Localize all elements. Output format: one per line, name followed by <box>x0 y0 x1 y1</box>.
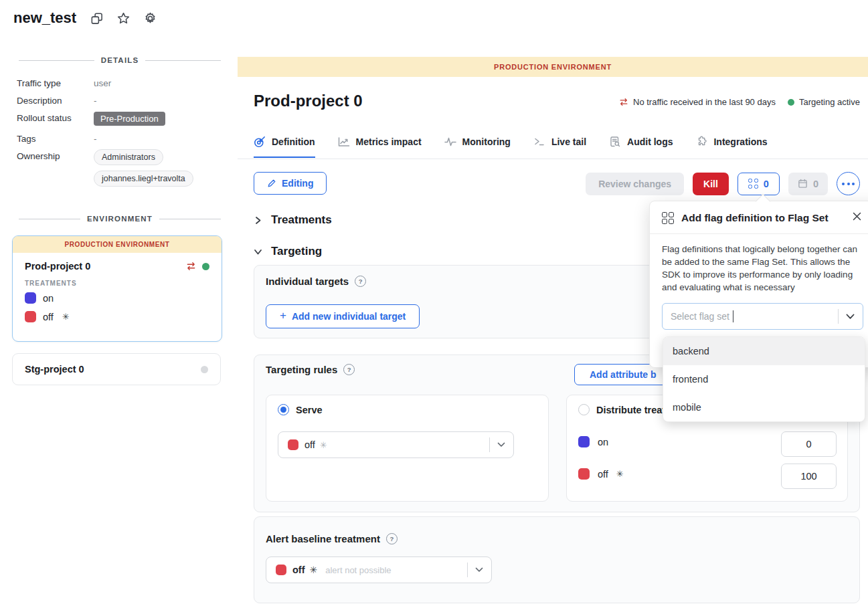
add-individual-target-button[interactable]: + Add new individual target <box>266 304 420 328</box>
more-options-button[interactable] <box>837 172 860 195</box>
audit-log-icon <box>609 136 621 148</box>
distribute-radio[interactable] <box>578 404 590 415</box>
page-title: new_test <box>13 9 76 27</box>
tab-metrics-impact[interactable]: Metrics impact <box>338 136 422 157</box>
review-changes-button[interactable]: Review changes <box>586 173 684 195</box>
traffic-swap-icon <box>186 262 196 271</box>
monitoring-pulse-icon <box>444 136 456 148</box>
chevron-down-icon <box>846 314 855 320</box>
terminal-icon <box>533 136 545 148</box>
off-percentage-input[interactable] <box>781 464 837 489</box>
details-section-header: DETAILS <box>19 56 221 64</box>
detail-label-ownership: Ownership <box>17 151 60 161</box>
staging-card-name: Stg-project 0 <box>25 364 84 375</box>
flag-title: Prod-project 0 <box>254 92 363 110</box>
flag-set-grid-icon <box>662 212 674 224</box>
schedule-button[interactable]: 0 <box>788 173 828 195</box>
option-backend[interactable]: backend <box>663 337 865 365</box>
traffic-status-text: No traffic received in the last 90 days <box>633 97 776 107</box>
treatment-off-swatch <box>276 565 286 575</box>
flag-sets-button[interactable]: 0 <box>737 173 780 195</box>
ownership-chip-user[interactable]: johannes.liegl+travolta <box>94 171 193 187</box>
on-percentage-input[interactable] <box>781 431 837 457</box>
gear-icon[interactable] <box>143 11 157 25</box>
alert-baseline-select[interactable]: off ✳ alert not possible <box>266 556 492 583</box>
targeting-rules-title: Targeting rules <box>266 364 337 375</box>
treatment-off-swatch <box>288 439 298 450</box>
option-mobile[interactable]: mobile <box>663 393 865 421</box>
targeting-status-text: Targeting active <box>799 97 860 107</box>
chevron-down-icon <box>475 567 483 573</box>
flag-set-options-menu: backend frontend mobile <box>663 336 865 422</box>
select-placeholder: Select flag set <box>671 311 729 322</box>
tab-integrations[interactable]: Integrations <box>695 136 767 157</box>
flag-sets-count: 0 <box>764 179 769 189</box>
treatments-label: TREATMENTS <box>13 272 222 287</box>
copy-icon[interactable] <box>90 11 104 25</box>
schedule-count: 0 <box>813 179 818 189</box>
definition-target-icon <box>254 136 266 148</box>
editing-button[interactable]: Editing <box>254 172 327 195</box>
chevron-down-icon <box>254 248 262 256</box>
treatment-on-name: on <box>43 293 54 304</box>
production-environment-card[interactable]: PRODUCTION ENVIRONMENT Prod-project 0 TR… <box>12 235 222 342</box>
close-icon[interactable] <box>852 211 862 221</box>
serve-label: Serve <box>296 405 323 415</box>
production-environment-card-banner: PRODUCTION ENVIRONMENT <box>13 236 222 253</box>
targeting-active-dot <box>788 99 794 106</box>
treatment-on-swatch <box>578 436 590 447</box>
rollout-status-badge: Pre-Production <box>94 112 165 126</box>
detail-value-traffic-type: user <box>94 78 111 88</box>
pencil-icon <box>267 179 276 188</box>
tab-audit-logs[interactable]: Audit logs <box>609 136 673 157</box>
detail-value-tags: - <box>94 134 97 144</box>
star-icon[interactable] <box>116 11 131 25</box>
kill-button[interactable]: Kill <box>693 173 729 195</box>
staging-inactive-dot <box>201 366 208 373</box>
ellipsis-icon <box>842 183 855 185</box>
chevron-right-icon <box>254 216 262 225</box>
flag-set-select-input[interactable]: Select flag set <box>662 303 863 330</box>
staging-environment-card[interactable]: Stg-project 0 <box>12 353 221 385</box>
detail-label-tags: Tags <box>17 134 36 144</box>
alert-baseline-title: Alert baseline treatment <box>266 533 380 544</box>
help-icon[interactable]: ? <box>355 276 366 287</box>
production-card-name: Prod-project 0 <box>25 261 90 272</box>
help-icon[interactable]: ? <box>386 533 398 544</box>
serve-radio[interactable] <box>278 404 289 415</box>
treatment-off-swatch <box>578 468 590 480</box>
default-treatment-icon: ✳ <box>310 565 318 575</box>
treatments-section-toggle[interactable]: Treatments <box>254 213 332 227</box>
help-icon[interactable]: ? <box>343 364 355 375</box>
tab-monitoring[interactable]: Monitoring <box>444 136 511 157</box>
tab-definition[interactable]: Definition <box>254 136 315 158</box>
default-treatment-icon: ✳ <box>320 441 327 449</box>
popup-description: Flag definitions that logically belong t… <box>662 243 864 294</box>
tab-live-tail[interactable]: Live tail <box>533 136 586 157</box>
detail-label-description: Description <box>17 96 62 106</box>
text-cursor <box>733 310 734 322</box>
default-treatment-icon: ✳ <box>62 312 70 321</box>
production-environment-banner: PRODUCTION ENVIRONMENT <box>238 57 868 77</box>
chevron-down-icon <box>497 442 505 447</box>
metrics-chart-icon <box>338 136 350 148</box>
tabs-divider <box>238 159 868 159</box>
treatment-off-name: off <box>43 312 54 322</box>
serve-treatment-select[interactable]: off ✳ <box>278 431 514 458</box>
environment-section-header: ENVIRONMENT <box>19 215 221 223</box>
puzzle-icon <box>695 136 707 148</box>
detail-label-rollout-status: Rollout status <box>17 113 72 123</box>
default-treatment-icon: ✳ <box>616 470 624 478</box>
treatment-off-swatch <box>25 311 36 322</box>
popup-divider <box>650 233 868 234</box>
targeting-section-toggle[interactable]: Targeting <box>254 245 322 258</box>
plus-icon: + <box>280 309 286 322</box>
production-active-dot <box>202 263 209 270</box>
detail-label-traffic-type: Traffic type <box>17 78 61 88</box>
ownership-chip-administrators[interactable]: Administrators <box>94 149 163 165</box>
flag-set-grid-icon <box>748 179 758 189</box>
option-frontend[interactable]: frontend <box>663 365 865 393</box>
individual-targets-title: Individual targets <box>266 276 349 287</box>
alert-hint-text: alert not possible <box>325 565 391 575</box>
calendar-icon <box>798 179 808 189</box>
